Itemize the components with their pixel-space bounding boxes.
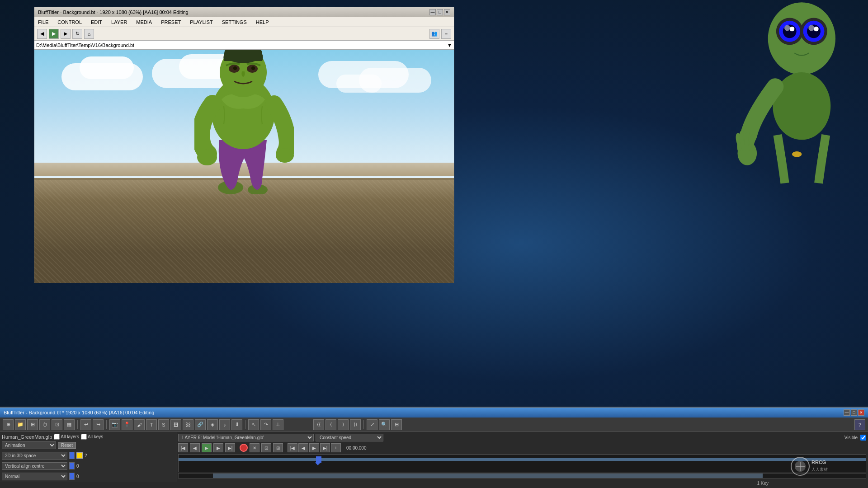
separator-4 [363, 420, 364, 429]
animation-select[interactable]: Animation [2, 441, 56, 449]
all-layers-text: All layers [61, 434, 79, 439]
ground-texture [34, 180, 454, 283]
bt-frame-fwd2[interactable]: ⟩⟩ [350, 419, 361, 430]
speed-select[interactable]: Constant speed [316, 434, 383, 441]
bt-help[interactable]: ? [854, 419, 865, 430]
path-dropdown[interactable]: ▼ [447, 42, 452, 48]
bottom-close[interactable]: ✕ [858, 409, 864, 416]
bt-paint[interactable]: 🖌 [134, 419, 145, 430]
forward-button[interactable]: ▶ [61, 29, 71, 39]
menu-edit[interactable]: EDIT [89, 19, 104, 26]
bottom-window-controls[interactable]: — □ ✕ [844, 409, 864, 416]
prop-select-3[interactable]: Normal [2, 473, 67, 480]
prev-frame-button[interactable]: ◀ [190, 443, 200, 452]
bottom-minimize[interactable]: — [844, 409, 850, 416]
bt-undo[interactable]: ↩ [80, 419, 91, 430]
play-button[interactable]: ▶ [49, 29, 59, 39]
svg-point-23 [233, 66, 237, 70]
maximize-button[interactable]: □ [437, 9, 443, 15]
app-title-bar: BluffTitler - Background.bt - 1920 x 108… [34, 7, 454, 17]
paste-frame-button[interactable]: ⊞ [273, 443, 283, 452]
path-bar: D:\Media\BluffTiter\Temp\V16\Background.… [34, 41, 454, 50]
minimize-button[interactable]: — [429, 9, 436, 15]
go-start-button[interactable]: |◀ [178, 443, 188, 452]
reset-button[interactable]: Reset [58, 442, 76, 449]
visible-checkbox[interactable] [860, 435, 866, 441]
bt-download[interactable]: ⬇ [231, 419, 242, 430]
nav-plus[interactable]: + [331, 443, 341, 452]
bt-folder[interactable]: 📁 [15, 419, 26, 430]
bottom-maximize[interactable]: □ [851, 409, 857, 416]
back-button[interactable]: ◀ [37, 29, 47, 39]
bt-zoom-in[interactable]: 🔍 [379, 419, 390, 430]
menu-media[interactable]: MEDIA [134, 19, 154, 26]
bt-zoom-fit[interactable]: ⤢ [367, 419, 377, 430]
bt-image[interactable]: 🖼 [170, 419, 181, 430]
bt-zoom-out[interactable]: ⊟ [391, 419, 402, 430]
menu-playlist[interactable]: PLAYLIST [188, 19, 215, 26]
all-layers-checkbox[interactable] [54, 434, 60, 440]
menu-layer[interactable]: LAYER [109, 19, 129, 26]
menu-file[interactable]: FILE [36, 19, 50, 26]
copy-frame-button[interactable]: ⊡ [261, 443, 271, 452]
nav-left2[interactable]: |◀ [288, 443, 297, 452]
all-layers-label[interactable]: All layers [54, 434, 79, 440]
nav-right[interactable]: ▶ [309, 443, 319, 452]
animation-row: Animation Reset [2, 441, 174, 449]
scrollbar-thumb[interactable] [213, 474, 763, 478]
home-button[interactable]: ⌂ [84, 29, 94, 39]
bt-table[interactable]: ▦ [64, 419, 75, 430]
prop-select-2[interactable]: Vertical align centre [2, 462, 67, 470]
next-frame-button[interactable]: ▶ [213, 443, 223, 452]
bt-clock[interactable]: ⏱ [39, 419, 50, 430]
bt-grid[interactable]: ⊞ [27, 419, 38, 430]
record-button[interactable] [240, 444, 248, 452]
layer-select[interactable]: LAYER 6: Model 'Human_GreenMan.glb' [178, 434, 314, 441]
prop-color-2 [69, 462, 75, 469]
bt-add-layer[interactable]: ⊕ [3, 419, 14, 430]
timeline-area[interactable] [178, 454, 866, 472]
all-keys-checkbox[interactable] [81, 434, 87, 440]
svg-text:人人素材: 人人素材 [811, 467, 828, 472]
menu-help[interactable]: HELP [254, 19, 271, 26]
all-keys-label[interactable]: All keys [81, 434, 103, 440]
bt-cursor[interactable]: ↖ [248, 419, 259, 430]
timeline-scrollbar[interactable] [178, 473, 866, 479]
bt-redo[interactable]: ↪ [93, 419, 104, 430]
menu-settings[interactable]: SETTINGS [220, 19, 249, 26]
nav-controls: |◀ ◀ ▶ ▶| + [288, 443, 341, 452]
go-end-button[interactable]: ▶| [225, 443, 235, 452]
bt-link[interactable]: 🔗 [195, 419, 206, 430]
bt-link2[interactable]: ⛓ [183, 419, 193, 430]
bt-frame-back2[interactable]: ⟨⟨ [313, 419, 324, 430]
play-transport-button[interactable]: ▶ [202, 443, 212, 452]
bt-music[interactable]: ♪ [219, 419, 230, 430]
bt-copy[interactable]: ⊡ [52, 419, 62, 430]
svg-text:RRCG: RRCG [811, 460, 826, 465]
stop-record-button[interactable]: ✕ [250, 443, 259, 452]
bt-axis[interactable]: ⊥ [273, 419, 283, 430]
menu-control[interactable]: CONTROL [56, 19, 84, 26]
cloud-4 [336, 75, 382, 93]
bt-star[interactable]: S [158, 419, 169, 430]
menu-bar: FILE CONTROL EDIT LAYER MEDIA PRESET PLA… [34, 17, 454, 27]
users-button[interactable]: 👥 [429, 29, 439, 39]
bottom-toolbar: ⊕ 📁 ⊞ ⏱ ⊡ ▦ ↩ ↪ 📷 📍 🖌 T S 🖼 ⛓ 🔗 ◈ ♪ ⬇ ↖ … [0, 418, 868, 432]
timeline-track [179, 458, 866, 461]
menu-preset[interactable]: PRESET [159, 19, 183, 26]
file-path: D:\Media\BluffTiter\Temp\V16\Background.… [36, 42, 134, 48]
menu-button[interactable]: ≡ [441, 29, 451, 39]
nav-right2[interactable]: ▶| [320, 443, 330, 452]
bt-frame-fwd[interactable]: ⟩ [338, 419, 349, 430]
bt-frame-back[interactable]: ⟨ [326, 419, 336, 430]
bt-text[interactable]: T [146, 419, 157, 430]
window-controls[interactable]: — □ ✕ [429, 9, 450, 15]
prop-select-1[interactable]: 3D in 3D space [2, 452, 67, 460]
refresh-button[interactable]: ↻ [72, 29, 82, 39]
bt-rotate[interactable]: ↷ [260, 419, 271, 430]
bt-pin[interactable]: 📍 [122, 419, 132, 430]
nav-left[interactable]: ◀ [298, 443, 308, 452]
bt-camera[interactable]: 📷 [109, 419, 120, 430]
bt-diamond[interactable]: ◈ [207, 419, 218, 430]
close-button[interactable]: ✕ [444, 9, 450, 15]
